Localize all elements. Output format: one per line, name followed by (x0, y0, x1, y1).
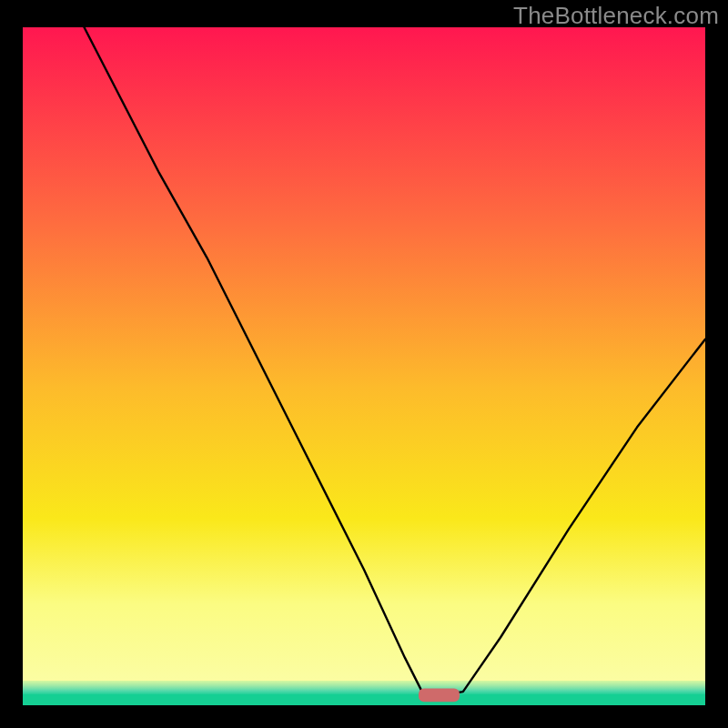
chart-min-marker (419, 688, 460, 702)
chart-green-band (23, 681, 705, 695)
chart-plot (23, 27, 705, 705)
watermark-text: TheBottleneck.com (513, 2, 719, 30)
chart-gradient-bg (23, 27, 705, 682)
chart-container: TheBottleneck.com (0, 0, 728, 728)
chart-svg (23, 27, 705, 705)
chart-bottom-strip (23, 694, 705, 705)
